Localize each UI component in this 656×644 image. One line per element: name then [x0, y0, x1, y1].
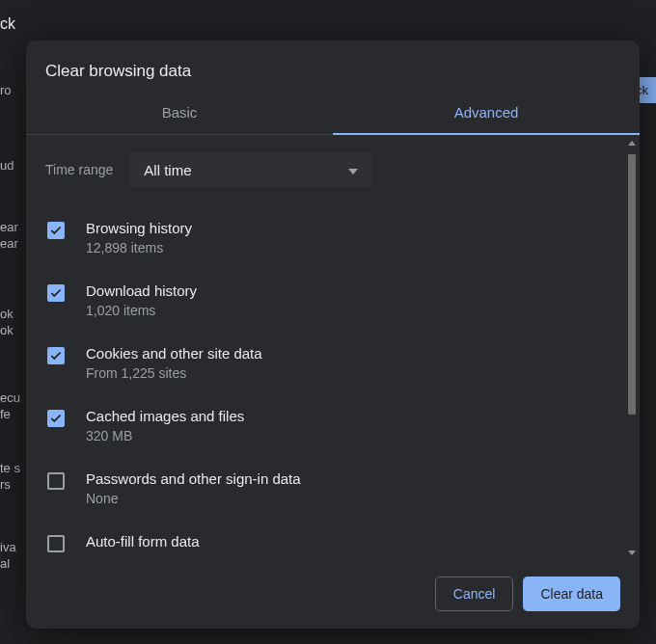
- bg-text: ro: [0, 83, 12, 97]
- bg-text: ecu: [0, 390, 20, 405]
- checkbox-passwords[interactable]: [47, 472, 65, 490]
- option-cache[interactable]: Cached images and files 320 MB: [45, 400, 620, 463]
- option-cookies[interactable]: Cookies and other site data From 1,225 s…: [45, 337, 620, 400]
- dialog-title: Clear browsing data: [26, 40, 640, 93]
- option-subtitle: 12,898 items: [86, 240, 192, 255]
- check-icon: [49, 349, 63, 362]
- option-title: Browsing history: [86, 220, 192, 236]
- checkbox-download-history[interactable]: [47, 284, 65, 302]
- bg-text: rs: [0, 477, 11, 492]
- bg-text: ear: [0, 236, 18, 251]
- time-range-row: Time range All time: [45, 152, 620, 187]
- option-download-history[interactable]: Download history 1,020 items: [45, 275, 620, 337]
- bg-text: al: [0, 556, 10, 571]
- bg-text: ok: [0, 323, 14, 337]
- option-title: Cached images and files: [86, 408, 244, 424]
- cancel-button[interactable]: Cancel: [435, 577, 514, 611]
- option-subtitle: None: [86, 491, 301, 506]
- option-title: Auto-fill form data: [86, 533, 200, 550]
- bg-text: iva: [0, 540, 16, 554]
- tab-basic[interactable]: Basic: [26, 93, 333, 134]
- time-range-label: Time range: [45, 162, 113, 177]
- dialog-footer: Cancel Clear data: [26, 561, 640, 629]
- chevron-down-icon: [348, 161, 358, 178]
- bg-text: ck: [0, 15, 15, 33]
- scrollbar[interactable]: [626, 141, 638, 555]
- time-range-value: All time: [144, 162, 191, 178]
- option-subtitle: 320 MB: [86, 428, 244, 443]
- bg-text: ear: [0, 220, 18, 234]
- time-range-select[interactable]: All time: [130, 152, 371, 187]
- scroll-up-icon[interactable]: [628, 141, 636, 146]
- dialog-body: Time range All time Browsing history 12,…: [26, 135, 640, 561]
- bg-text: ud: [0, 158, 14, 173]
- checkbox-browsing-history[interactable]: [47, 222, 65, 239]
- option-passwords[interactable]: Passwords and other sign-in data None: [45, 463, 620, 525]
- option-autofill[interactable]: Auto-fill form data: [45, 525, 620, 554]
- clear-data-button[interactable]: Clear data: [523, 577, 620, 611]
- option-title: Download history: [86, 282, 197, 299]
- checkbox-cookies[interactable]: [47, 347, 65, 364]
- dialog-tabs: Basic Advanced: [26, 93, 640, 135]
- bg-text: fe: [0, 407, 11, 421]
- option-title: Cookies and other site data: [86, 345, 262, 362]
- option-subtitle: 1,020 items: [86, 303, 197, 318]
- option-browsing-history[interactable]: Browsing history 12,898 items: [45, 212, 620, 275]
- check-icon: [49, 286, 63, 300]
- checkbox-cache[interactable]: [47, 410, 65, 427]
- tab-advanced[interactable]: Advanced: [333, 93, 640, 134]
- option-title: Passwords and other sign-in data: [86, 470, 301, 487]
- bg-text: ok: [0, 307, 14, 321]
- check-icon: [49, 412, 63, 425]
- check-icon: [49, 224, 63, 237]
- option-subtitle: From 1,225 sites: [86, 365, 262, 381]
- scroll-down-icon[interactable]: [628, 550, 636, 555]
- checkbox-autofill[interactable]: [47, 535, 65, 552]
- clear-browsing-data-dialog: Clear browsing data Basic Advanced Time …: [26, 40, 640, 629]
- bg-text: te s: [0, 461, 20, 475]
- scroll-thumb[interactable]: [628, 154, 636, 415]
- options-scroll-area[interactable]: Time range All time Browsing history 12,…: [26, 135, 624, 561]
